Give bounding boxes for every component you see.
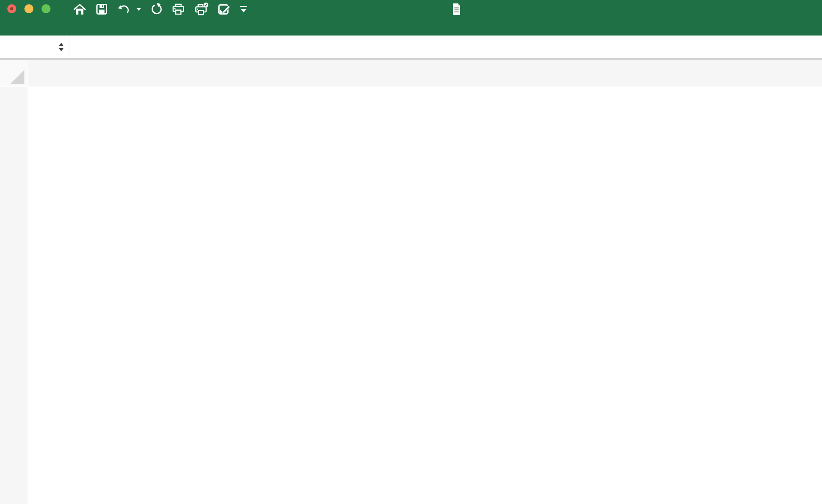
undo-dropdown-caret[interactable] [137,8,141,11]
print-icon[interactable] [171,2,185,17]
ribbon-tab-bar [0,18,822,36]
stepper-up-icon [59,43,64,46]
select-all-icon [10,70,24,84]
window-title [452,0,466,18]
stepper-down-icon [59,48,64,51]
excel-window [0,0,822,504]
edit-workbook-icon[interactable] [217,2,231,17]
ribbon-collapse-icon[interactable] [240,2,247,17]
unsaved-dot [10,7,13,10]
close-button[interactable] [7,4,16,13]
name-box-stepper[interactable] [59,43,64,51]
document-icon [452,3,462,15]
redo-icon[interactable] [149,2,163,17]
formula-bar-divider [115,41,115,53]
cell-area [28,87,822,504]
select-all-corner[interactable] [0,60,28,87]
save-icon[interactable] [95,2,108,17]
sheet-grid [0,87,822,504]
column-header-row [0,59,822,87]
print-check-icon[interactable] [194,2,208,17]
minimize-button[interactable] [24,4,33,13]
undo-icon[interactable] [117,2,131,17]
quick-access-toolbar [73,0,256,18]
row-header-column [0,87,28,504]
traffic-lights [7,4,51,13]
zoom-button[interactable] [42,4,51,13]
name-box[interactable] [0,36,69,58]
home-icon[interactable] [73,2,86,17]
formula-bar [0,36,822,59]
title-bar [0,0,822,18]
